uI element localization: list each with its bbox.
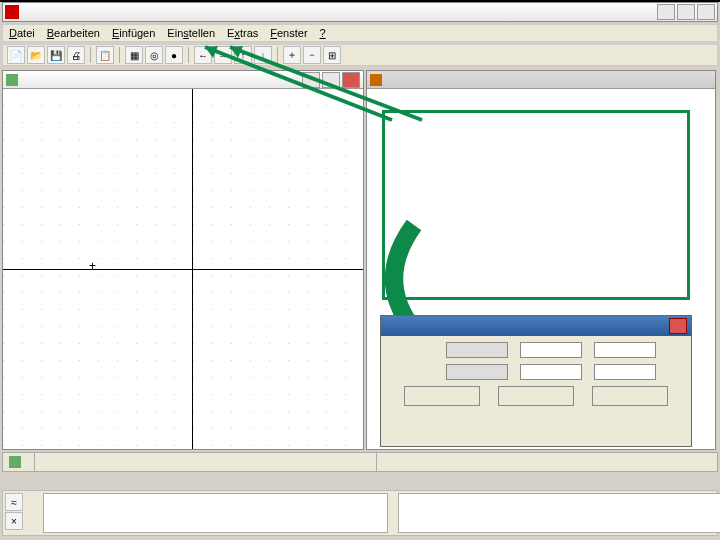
save-icon[interactable]: 💾 bbox=[47, 46, 65, 64]
statusbar bbox=[2, 452, 718, 472]
graph-titlebar[interactable] bbox=[3, 71, 363, 89]
minimize-button[interactable] bbox=[657, 4, 675, 20]
graph-window: + bbox=[2, 70, 364, 450]
range-dialog bbox=[380, 315, 692, 447]
menu-einfuegen[interactable]: Einfügen bbox=[106, 27, 161, 39]
vertical-intervals-input[interactable] bbox=[594, 364, 656, 380]
tool-a-icon[interactable]: ≈ bbox=[5, 493, 23, 511]
zoom-in-icon[interactable]: ＋ bbox=[283, 46, 301, 64]
bottom-tools: ≈ × bbox=[5, 493, 41, 533]
x-axis bbox=[3, 269, 363, 270]
close-button[interactable] bbox=[697, 4, 715, 20]
reset-button[interactable] bbox=[592, 386, 668, 406]
arrow-up-icon[interactable]: ↑ bbox=[234, 46, 252, 64]
tool-b-icon[interactable]: × bbox=[5, 512, 23, 530]
cross-icon bbox=[9, 456, 21, 468]
copy-icon[interactable]: 📋 bbox=[96, 46, 114, 64]
dialog-close-button[interactable] bbox=[669, 318, 687, 334]
horizontal-min-input[interactable] bbox=[446, 342, 508, 358]
cancel-button[interactable] bbox=[498, 386, 574, 406]
symbol-palette bbox=[398, 493, 720, 533]
x-ticks bbox=[3, 272, 363, 286]
y-axis bbox=[192, 89, 193, 449]
menu-fenster[interactable]: Fenster bbox=[264, 27, 313, 39]
menu-help[interactable]: ? bbox=[314, 27, 332, 39]
maximize-button[interactable] bbox=[677, 4, 695, 20]
callout-box bbox=[382, 110, 690, 300]
menu-extras[interactable]: Extras bbox=[221, 27, 264, 39]
arrow-right-icon[interactable]: → bbox=[214, 46, 232, 64]
bottom-bar: ≈ × bbox=[2, 490, 718, 536]
main-titlebar bbox=[2, 2, 718, 22]
zoom-out-icon[interactable]: － bbox=[303, 46, 321, 64]
graph-close-button[interactable] bbox=[342, 72, 360, 88]
algebra-titlebar[interactable] bbox=[367, 71, 715, 89]
vertical-min-input[interactable] bbox=[446, 364, 508, 380]
vertical-max-input[interactable] bbox=[520, 364, 582, 380]
origin-icon[interactable]: ● bbox=[165, 46, 183, 64]
menu-bearbeiten[interactable]: Bearbeiten bbox=[41, 27, 106, 39]
greek-palette bbox=[43, 493, 388, 533]
menu-einstellen[interactable]: Einstellen bbox=[161, 27, 221, 39]
graph-max-button[interactable] bbox=[322, 72, 340, 88]
zoom-box-icon[interactable]: ⊞ bbox=[323, 46, 341, 64]
y-ticks bbox=[195, 89, 219, 449]
toolbar: 📄 📂 💾 🖨 📋 ▦ ◎ ● ← → ↑ ↓ ＋ － ⊞ bbox=[2, 44, 718, 66]
menu-datei[interactable]: Datei bbox=[3, 27, 41, 39]
horizontal-max-input[interactable] bbox=[520, 342, 582, 358]
graph-min-button[interactable] bbox=[302, 72, 320, 88]
crosshair-icon: + bbox=[89, 259, 96, 273]
algebra-window-icon bbox=[370, 74, 382, 86]
ok-button[interactable] bbox=[404, 386, 480, 406]
dialog-titlebar[interactable] bbox=[381, 316, 691, 336]
trace-icon[interactable]: ▦ bbox=[125, 46, 143, 64]
new-icon[interactable]: 📄 bbox=[7, 46, 25, 64]
open-icon[interactable]: 📂 bbox=[27, 46, 45, 64]
arrow-down-icon[interactable]: ↓ bbox=[254, 46, 272, 64]
center-icon[interactable]: ◎ bbox=[145, 46, 163, 64]
app-icon bbox=[5, 5, 19, 19]
menubar: Datei Bearbeiten Einfügen Einstellen Ext… bbox=[2, 24, 718, 42]
horizontal-intervals-input[interactable] bbox=[594, 342, 656, 358]
arrow-left-icon[interactable]: ← bbox=[194, 46, 212, 64]
print-icon[interactable]: 🖨 bbox=[67, 46, 85, 64]
graph-canvas[interactable]: + bbox=[3, 89, 363, 449]
graph-window-icon bbox=[6, 74, 18, 86]
